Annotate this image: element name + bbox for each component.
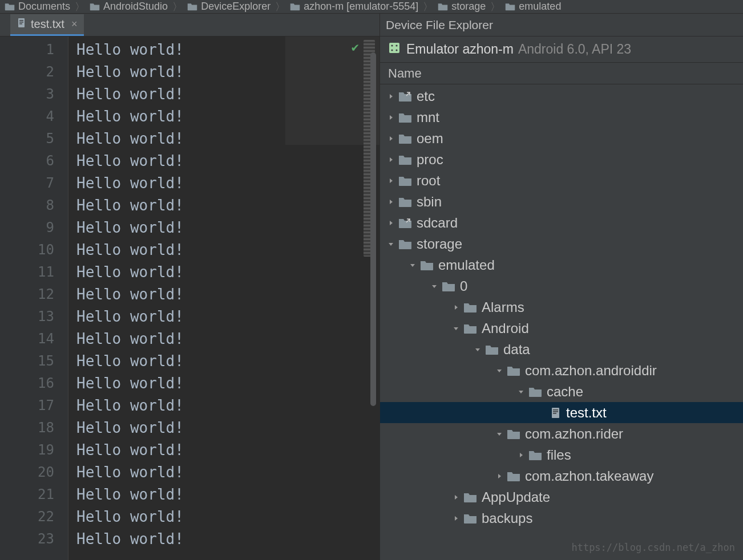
- line-number: 21: [0, 484, 68, 506]
- code-line[interactable]: Hello world!: [68, 261, 379, 283]
- svg-point-6: [395, 44, 397, 46]
- tree-arrow-icon[interactable]: [386, 198, 396, 205]
- tree-arrow-icon[interactable]: [429, 283, 439, 290]
- line-number: 2: [0, 61, 68, 83]
- code-line[interactable]: Hello world!: [68, 283, 379, 306]
- tree-folder[interactable]: AppUpdate: [380, 486, 743, 508]
- panel-title: Device File Explorer: [380, 14, 743, 36]
- code-line[interactable]: Hello world!: [68, 439, 379, 461]
- tree-folder[interactable]: proc: [380, 149, 743, 170]
- tree-folder[interactable]: Alarms: [380, 297, 743, 318]
- tree-label: Alarms: [482, 299, 524, 315]
- code-line[interactable]: Hello world!: [68, 372, 379, 395]
- tree-folder[interactable]: Android: [380, 318, 743, 339]
- tree-arrow-icon[interactable]: [516, 452, 526, 458]
- code-line[interactable]: Hello world!: [68, 83, 379, 105]
- line-number: 23: [0, 528, 68, 550]
- tree-arrow-icon[interactable]: [407, 262, 418, 269]
- code-line[interactable]: Hello world!: [68, 217, 379, 239]
- tree-folder[interactable]: storage: [380, 233, 743, 254]
- column-header-label: Name: [388, 66, 422, 81]
- tree-arrow-icon[interactable]: [451, 494, 461, 501]
- folder-icon: [463, 492, 477, 503]
- tree-arrow-icon[interactable]: [386, 241, 396, 247]
- tree-folder[interactable]: com.azhon.androiddir: [380, 360, 743, 381]
- tree-arrow-icon[interactable]: [386, 135, 396, 142]
- breadcrumb-item[interactable]: storage: [438, 1, 486, 13]
- tree-label: etc: [417, 88, 435, 104]
- tree-folder[interactable]: root: [380, 170, 743, 191]
- tree-arrow-icon[interactable]: [473, 346, 483, 353]
- tree-arrow-icon[interactable]: [516, 388, 526, 395]
- tree-arrow-icon[interactable]: [386, 93, 396, 100]
- tab-label: test.txt: [31, 18, 64, 31]
- code-line[interactable]: Hello world!: [68, 150, 379, 172]
- code-editor[interactable]: 1234567891011121314151617181920212223 ✔ …: [0, 36, 379, 560]
- tree-label: AppUpdate: [482, 489, 550, 505]
- tree-arrow-icon[interactable]: [494, 367, 504, 374]
- breadcrumb-item[interactable]: emulated: [505, 1, 561, 13]
- tab-test-txt[interactable]: test.txt ×: [10, 14, 84, 36]
- breadcrumb-item[interactable]: azhon-m [emulator-5554]: [290, 1, 418, 13]
- tree-label: mnt: [417, 109, 439, 125]
- device-selector[interactable]: Emulator azhon-m Android 6.0, API 23: [380, 36, 743, 63]
- tree-folder[interactable]: sdcard: [380, 212, 743, 233]
- tree-arrow-icon[interactable]: [494, 431, 504, 437]
- tree-folder[interactable]: sbin: [380, 191, 743, 212]
- svg-rect-2: [19, 22, 23, 23]
- code-line[interactable]: Hello world!: [68, 484, 379, 506]
- code-line[interactable]: Hello world!: [68, 194, 379, 217]
- tree-arrow-icon[interactable]: [451, 515, 461, 522]
- line-number: 9: [0, 217, 68, 239]
- tree-arrow-icon[interactable]: [451, 304, 461, 311]
- tree-arrow-icon[interactable]: [386, 156, 396, 163]
- tree-arrow-icon[interactable]: [386, 177, 396, 184]
- code-line[interactable]: Hello world!: [68, 395, 379, 417]
- tree-folder[interactable]: mnt: [380, 107, 743, 128]
- code-line[interactable]: Hello world!: [68, 172, 379, 194]
- tree-file[interactable]: test.txt: [380, 402, 743, 423]
- tree-folder[interactable]: oem: [380, 128, 743, 149]
- code-line[interactable]: Hello world!: [68, 328, 379, 350]
- tree-arrow-icon[interactable]: [494, 473, 504, 480]
- close-icon[interactable]: ×: [71, 18, 78, 30]
- scrollbar-vertical[interactable]: [370, 36, 379, 560]
- tree-folder[interactable]: cache: [380, 381, 743, 402]
- breadcrumb-item[interactable]: DeviceExplorer: [187, 1, 270, 13]
- column-header-name[interactable]: Name: [380, 63, 743, 84]
- code-line[interactable]: Hello world!: [68, 306, 379, 328]
- tree-folder[interactable]: com.azhon.takeaway: [380, 465, 743, 486]
- tree-arrow-icon[interactable]: [451, 325, 461, 332]
- tree-arrow-icon[interactable]: [386, 220, 396, 226]
- code-line[interactable]: Hello world!: [68, 528, 379, 550]
- code-line[interactable]: Hello world!: [68, 39, 379, 61]
- tree-folder[interactable]: backups: [380, 508, 743, 529]
- code-line[interactable]: Hello world!: [68, 461, 379, 484]
- tree-folder[interactable]: etc: [380, 86, 743, 107]
- tree-folder[interactable]: 0: [380, 275, 743, 297]
- line-number: 5: [0, 128, 68, 150]
- code-line[interactable]: Hello world!: [68, 417, 379, 439]
- tree-folder[interactable]: emulated: [380, 254, 743, 275]
- code-line[interactable]: Hello world!: [68, 128, 379, 150]
- scroll-thumb[interactable]: [370, 52, 376, 406]
- code-area[interactable]: ✔ Hello world!Hello world!Hello world!He…: [68, 36, 379, 560]
- folder-icon: [528, 449, 542, 461]
- file-icon: [550, 407, 562, 419]
- tree-label: cache: [547, 384, 583, 400]
- tree-label: oem: [417, 131, 443, 147]
- code-line[interactable]: Hello world!: [68, 239, 379, 261]
- tree-arrow-icon[interactable]: [386, 114, 396, 121]
- code-line[interactable]: Hello world!: [68, 61, 379, 83]
- line-number: 7: [0, 172, 68, 194]
- breadcrumb-item[interactable]: AndroidStudio: [90, 1, 168, 13]
- code-line[interactable]: Hello world!: [68, 350, 379, 372]
- tree-folder[interactable]: data: [380, 339, 743, 360]
- line-number: 6: [0, 150, 68, 172]
- tree-folder[interactable]: com.azhon.rider: [380, 423, 743, 444]
- code-line[interactable]: Hello world!: [68, 105, 379, 128]
- file-tree[interactable]: etcmntoemprocrootsbinsdcardstorageemulat…: [380, 84, 743, 560]
- code-line[interactable]: Hello world!: [68, 506, 379, 528]
- tree-folder[interactable]: files: [380, 444, 743, 465]
- breadcrumb-item[interactable]: Documents: [5, 1, 70, 13]
